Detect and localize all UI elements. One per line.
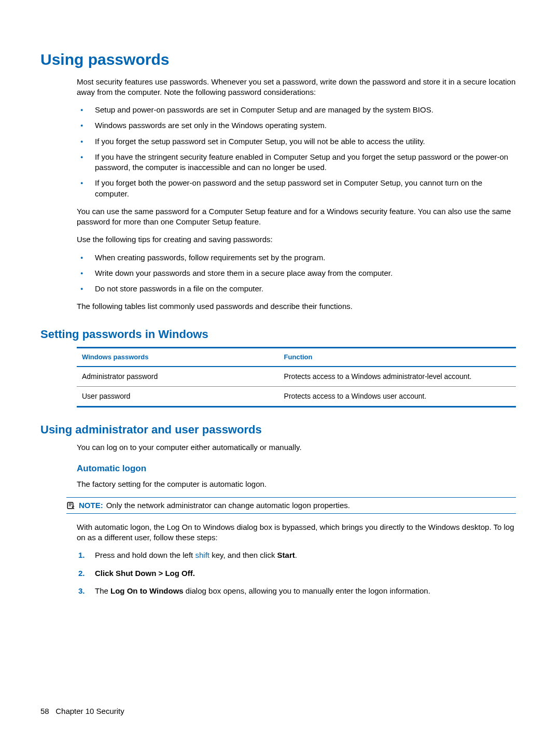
text: dialog box opens, allowing you to manual… — [184, 586, 430, 595]
page-footer: 58 Chapter 10 Security — [40, 706, 124, 716]
text: key, and then click — [209, 551, 277, 559]
table-row: User password Protects access to a Windo… — [77, 386, 516, 406]
steps-list: Press and hold down the left shift key, … — [40, 550, 516, 596]
table-header-function: Function — [279, 348, 516, 367]
paragraph: With automatic logon, the Log On to Wind… — [77, 522, 516, 543]
heading-using-passwords: Using passwords — [40, 49, 516, 71]
note-content: NOTE:Only the network administrator can … — [79, 500, 350, 511]
text: Click — [95, 569, 116, 578]
paragraph: The following tables list commonly used … — [77, 301, 516, 312]
list-item: Do not store passwords in a file on the … — [95, 284, 516, 294]
table-header-passwords: Windows passwords — [77, 348, 279, 367]
step-item: The Log On to Windows dialog box opens, … — [95, 586, 516, 596]
note-icon — [66, 501, 76, 510]
note-label: NOTE: — [79, 501, 103, 510]
tables-intro-block: The following tables list commonly used … — [40, 301, 516, 312]
page-number: 58 — [40, 707, 49, 715]
list-item: When creating passwords, follow requirem… — [95, 252, 516, 263]
note-text: Only the network administrator can chang… — [106, 501, 350, 510]
text: Press and hold down the left — [95, 551, 195, 559]
note-block: NOTE:Only the network administrator can … — [66, 497, 516, 514]
table-row: Administrator password Protects access t… — [77, 367, 516, 386]
passwords-table: Windows passwords Function Administrator… — [77, 347, 516, 407]
text: . — [295, 551, 297, 559]
list-item: If you forget both the power-on password… — [95, 178, 516, 199]
list-item: Setup and power-on passwords are set in … — [95, 105, 516, 115]
logon-intro-block: You can log on to your computer either a… — [40, 442, 516, 453]
paragraph: You can log on to your computer either a… — [77, 442, 516, 453]
text: . — [193, 569, 195, 578]
intro-paragraph: Most security features use passwords. Wh… — [77, 77, 516, 98]
considerations-list: Setup and power-on passwords are set in … — [40, 105, 516, 199]
text: The — [95, 586, 110, 595]
list-item: If you forget the setup password set in … — [95, 136, 516, 147]
document-page: Using passwords Most security features u… — [0, 0, 560, 745]
heading-setting-passwords-windows: Setting passwords in Windows — [40, 327, 516, 342]
heading-automatic-logon: Automatic logon — [40, 463, 516, 475]
step-item: Press and hold down the left shift key, … — [95, 550, 516, 560]
list-item: If you have the stringent security featu… — [95, 152, 516, 173]
paragraph: You can use the same password for a Comp… — [77, 206, 516, 228]
start-bold: Start — [277, 551, 295, 559]
heading-admin-user-passwords: Using administrator and user passwords — [40, 422, 516, 438]
shutdown-logoff-bold: Shut Down > Log Off — [116, 569, 193, 578]
auto-logon-block: With automatic logon, the Log On to Wind… — [40, 522, 516, 543]
factory-block: The factory setting for the computer is … — [40, 479, 516, 489]
chapter-label: Chapter 10 Security — [55, 707, 124, 715]
passwords-table-wrap: Windows passwords Function Administrator… — [40, 347, 516, 407]
paragraph: The factory setting for the computer is … — [77, 479, 516, 489]
shift-key-link: shift — [195, 551, 209, 559]
logon-windows-bold: Log On to Windows — [110, 586, 184, 595]
same-password-block: You can use the same password for a Comp… — [40, 206, 516, 245]
table-cell: Protects access to a Windows administrat… — [279, 367, 516, 386]
tips-list: When creating passwords, follow requirem… — [40, 252, 516, 294]
table-cell: Protects access to a Windows user accoun… — [279, 386, 516, 406]
step-item: Click Shut Down > Log Off. — [95, 568, 516, 579]
paragraph: Use the following tips for creating and … — [77, 234, 516, 245]
list-item: Write down your passwords and store them… — [95, 268, 516, 278]
intro-block: Most security features use passwords. Wh… — [40, 77, 516, 98]
table-cell: Administrator password — [77, 367, 279, 386]
table-cell: User password — [77, 386, 279, 406]
list-item: Windows passwords are set only in the Wi… — [95, 120, 516, 131]
